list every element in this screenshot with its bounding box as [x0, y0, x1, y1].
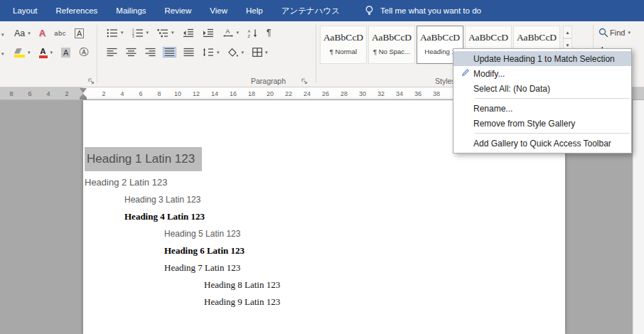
text-effects-icon: A [39, 28, 45, 38]
document-heading[interactable]: Heading 2 Latin 123 [85, 174, 565, 191]
text-highlight-color-button[interactable] [13, 48, 32, 58]
show-paragraph-marks-button[interactable]: ¶ [265, 27, 272, 38]
heading-text: Heading 8 Latin 123 [204, 279, 280, 290]
ruler-number: 2 [102, 90, 105, 97]
tab-label: View [210, 6, 227, 15]
document-heading[interactable]: Heading 7 Latin 123 [164, 259, 565, 276]
ruler-number: 32 [377, 90, 385, 97]
context-menu-item[interactable]: Modify... [454, 66, 631, 81]
decrease-indent-button[interactable] [181, 28, 195, 38]
font-color-button[interactable]: A [38, 47, 55, 59]
document-heading[interactable]: Heading 8 Latin 123 [204, 276, 565, 293]
ruler-number: 16 [230, 90, 237, 97]
svg-text:A: A [248, 28, 251, 33]
justify-button[interactable] [163, 47, 176, 58]
ribbon-tab[interactable]: Layout [13, 6, 38, 15]
bullets-button[interactable] [105, 28, 125, 38]
heading-text: Heading 4 Latin 123 [124, 211, 205, 222]
paragraph-mark-icon: ¶ [267, 28, 271, 38]
font-dialog-launcher[interactable] [88, 77, 95, 86]
shading-button[interactable] [227, 47, 246, 58]
style-preview-text: AaBbCcD [466, 32, 511, 43]
font-group-row1: Aa A abc A [1, 27, 85, 39]
increase-indent-button[interactable] [201, 28, 215, 38]
enclose-characters-button[interactable]: Ⓐ [77, 45, 90, 60]
vertical-scrollbar[interactable] [633, 100, 644, 334]
tab-label: Layout [13, 6, 38, 15]
svg-text:A: A [225, 28, 230, 35]
heading-text: Heading 5 Latin 123 [164, 229, 240, 239]
paragraph-group-row1: 123 [105, 27, 273, 38]
group-separator [97, 25, 97, 83]
numbering-button[interactable]: 123 [131, 28, 151, 38]
ribbon-tab[interactable]: Review [165, 6, 192, 15]
character-shading-button[interactable]: A [60, 47, 72, 58]
first-line-indent-marker[interactable] [80, 88, 87, 93]
document-heading[interactable]: Heading 5 Latin 123 [164, 225, 565, 242]
align-left-button[interactable] [105, 47, 119, 58]
align-center-button[interactable] [124, 47, 138, 58]
document-heading[interactable]: Heading 6 Latin 123 [164, 242, 565, 259]
multilevel-list-button[interactable] [156, 28, 176, 38]
document-heading[interactable]: Heading 3 Latin 123 [124, 191, 565, 208]
menu-item-label: Modify... [473, 69, 505, 79]
distributed-button[interactable] [182, 47, 195, 58]
context-menu-item[interactable]: Rename... [454, 101, 631, 116]
editing-group: Find [597, 27, 632, 38]
clipped-dropdown-icon[interactable] [1, 29, 7, 38]
highlighter-icon [14, 48, 25, 58]
borders-button[interactable] [251, 47, 269, 58]
ribbon-tabs: LayoutReferencesMailingsReviewViewHelpアン… [0, 0, 358, 21]
change-case-button[interactable]: Aa [13, 28, 32, 39]
phonetic-guide-button[interactable]: abc [53, 28, 68, 38]
document-heading[interactable]: Heading 4 Latin 123 [124, 208, 565, 225]
context-menu-item[interactable]: Update Heading 1 to Match Selection [454, 51, 631, 66]
ribbon-tab[interactable]: Help [246, 6, 263, 15]
sort-icon: AZ [247, 28, 258, 38]
style-preview-text: AaBbCcD [417, 32, 463, 43]
text-effects-button[interactable]: A [38, 27, 47, 39]
character-border-icon: A [75, 28, 84, 38]
font-color-icon: A [39, 48, 48, 58]
tell-me-box[interactable]: Tell me what you want to do [364, 5, 481, 16]
ribbon-tab[interactable]: Mailings [116, 6, 146, 15]
style-gallery-item[interactable]: AaBbCcD¶ No Spac... [368, 26, 415, 64]
style-gallery-item[interactable]: AaBbCcD¶ Normal [320, 26, 367, 64]
bullet-list-icon [107, 28, 118, 38]
context-menu-item[interactable]: Add Gallery to Quick Access Toolbar [454, 136, 631, 151]
gallery-up-button[interactable]: ▲ [563, 26, 572, 38]
paragraph-dialog-launcher[interactable] [301, 77, 308, 86]
sort-button[interactable]: AZ [246, 28, 259, 38]
ruler-number: 12 [193, 90, 200, 97]
ruler-number: 22 [285, 90, 292, 97]
line-spacing-icon [203, 48, 214, 57]
ribbon-tab[interactable]: References [56, 6, 98, 15]
context-menu-item[interactable]: Remove from Style Gallery [454, 116, 631, 131]
borders-grid-icon [252, 48, 262, 57]
clipped-dropdown-icon[interactable] [1, 48, 7, 57]
character-border-button[interactable]: A [73, 28, 85, 39]
find-button[interactable]: Find [597, 27, 632, 38]
document-heading[interactable]: Heading 9 Latin 123 [204, 293, 565, 311]
asian-layout-button[interactable]: A [221, 27, 241, 38]
ribbon-tab[interactable]: View [210, 6, 227, 15]
justify-icon [164, 48, 175, 57]
increase-indent-icon [203, 28, 214, 38]
ruler-number: 26 [322, 90, 329, 97]
align-left-icon [107, 48, 117, 57]
ribbon-tab[interactable]: アンテナハウス [281, 6, 340, 16]
enclose-characters-icon: Ⓐ [79, 46, 88, 59]
font-group-row2: A A Ⓐ [1, 45, 90, 60]
word-window: LayoutReferencesMailingsReviewViewHelpアン… [0, 0, 644, 334]
ruler-number: 2 [65, 90, 68, 97]
context-menu-item[interactable]: Select All: (No Data) [454, 81, 631, 96]
ruler-number: 38 [433, 90, 440, 97]
ruler-number: 20 [267, 90, 274, 97]
left-indent-marker[interactable] [80, 97, 87, 99]
lightbulb-icon [364, 5, 375, 16]
numbered-list-icon: 123 [132, 28, 144, 38]
ruler-number: 4 [46, 90, 50, 97]
line-spacing-button[interactable] [201, 47, 221, 58]
tab-label: References [56, 6, 98, 15]
align-right-button[interactable] [144, 47, 157, 58]
